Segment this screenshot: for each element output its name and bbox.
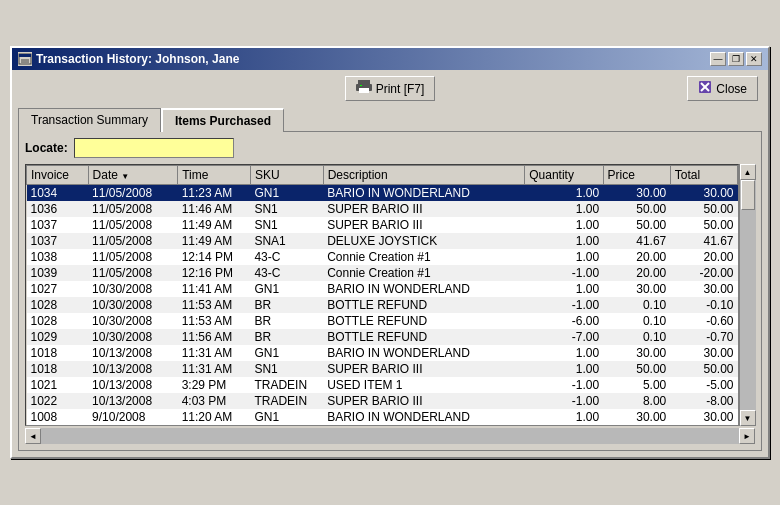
scroll-up-button[interactable]: ▲ [740,164,756,180]
title-bar-left: Transaction History: Johnson, Jane [18,52,239,66]
table-cell: BR [250,297,323,313]
table-cell: 1028 [27,297,89,313]
col-label-sku: SKU [255,168,280,182]
table-cell: 11:53 AM [178,313,251,329]
scroll-down-button[interactable]: ▼ [740,410,756,426]
table-cell: -5.00 [670,377,737,393]
table-cell: 12:16 PM [178,265,251,281]
table-cell: 1029 [27,329,89,345]
table-cell: 3:29 PM [178,377,251,393]
table-cell: -1.00 [525,393,603,409]
table-row[interactable]: 10089/10/200811:20 AMGN1BARIO IN WONDERL… [27,409,738,425]
table-cell: 30.00 [670,345,737,361]
close-icon [698,80,712,97]
table-cell: 11:49 AM [178,217,251,233]
table-cell: 50.00 [603,217,670,233]
table-cell: 1034 [27,185,89,202]
table-container: Invoice Date ▼ Time SKU [25,164,739,426]
table-row[interactable]: 102110/13/20083:29 PMTRADEINUSED ITEM 1-… [27,377,738,393]
col-header-sku[interactable]: SKU [250,166,323,185]
table-cell: 1.00 [525,361,603,377]
table-row[interactable]: 102810/30/200811:53 AMBRBOTTLE REFUND-6.… [27,313,738,329]
tab-transaction-summary[interactable]: Transaction Summary [18,108,161,132]
locate-row: Locate: [25,138,755,158]
table-row[interactable]: 102910/30/200811:56 AMBRBOTTLE REFUND-7.… [27,329,738,345]
table-cell: -0.60 [670,313,737,329]
table-cell: BR [250,329,323,345]
table-cell: SUPER BARIO III [323,201,525,217]
close-button[interactable]: Close [687,76,758,101]
table-cell: TRADEIN [250,393,323,409]
locate-input[interactable] [74,138,234,158]
table-cell: SNA1 [250,233,323,249]
hscroll-left-button[interactable]: ◄ [25,428,41,444]
table-row[interactable]: 102810/30/200811:53 AMBRBOTTLE REFUND-1.… [27,297,738,313]
table-cell: 10/30/2008 [88,297,178,313]
table-cell: SUPER BARIO III [323,361,525,377]
col-label-date: Date [93,168,118,182]
table-cell: 1037 [27,233,89,249]
table-cell: 0.10 [603,329,670,345]
minimize-button[interactable]: — [710,52,726,66]
table-cell: 11:20 AM [178,409,251,425]
col-header-quantity[interactable]: Quantity [525,166,603,185]
hscroll-track [41,428,739,444]
table-cell: -20.00 [670,265,737,281]
col-header-time[interactable]: Time [178,166,251,185]
table-row[interactable]: 103711/05/200811:49 AMSN1SUPER BARIO III… [27,217,738,233]
table-cell: 11/05/2008 [88,265,178,281]
col-header-description[interactable]: Description [323,166,525,185]
table-cell: 1036 [27,201,89,217]
table-cell: -0.70 [670,329,737,345]
table-cell: -6.00 [525,313,603,329]
table-cell: 20.00 [603,265,670,281]
table-cell: 1008 [27,409,89,425]
table-row[interactable]: 102210/13/20084:03 PMTRADEINSUPER BARIO … [27,393,738,409]
table-cell: 10/30/2008 [88,329,178,345]
scroll-thumb[interactable] [741,180,755,210]
table-cell: 1.00 [525,345,603,361]
col-label-description: Description [328,168,388,182]
col-header-invoice[interactable]: Invoice [27,166,89,185]
table-row[interactable]: 102710/30/200811:41 AMGN1BARIO IN WONDER… [27,281,738,297]
table-cell: 43-C [250,265,323,281]
table-row[interactable]: 103411/05/200811:23 AMGN1BARIO IN WONDER… [27,185,738,202]
table-row[interactable]: 101810/13/200811:31 AMGN1BARIO IN WONDER… [27,345,738,361]
table-cell: 1.00 [525,217,603,233]
table-cell: 9/10/2008 [88,409,178,425]
table-cell: Connie Creation #1 [323,265,525,281]
table-cell: 11:41 AM [178,281,251,297]
table-area: Invoice Date ▼ Time SKU [25,164,755,426]
data-table: Invoice Date ▼ Time SKU [26,165,738,425]
col-header-date[interactable]: Date ▼ [88,166,178,185]
table-cell: 11:49 AM [178,233,251,249]
table-cell: 0.10 [603,297,670,313]
table-row[interactable]: 103611/05/200811:46 AMSN1SUPER BARIO III… [27,201,738,217]
table-cell: GN1 [250,409,323,425]
tab-items-purchased-label: Items Purchased [175,114,271,128]
print-button[interactable]: Print [F7] [345,76,436,101]
tab-items-purchased[interactable]: Items Purchased [161,108,284,132]
table-row[interactable]: 103711/05/200811:49 AMSNA1DELUXE JOYSTIC… [27,233,738,249]
tabs: Transaction Summary Items Purchased [18,107,762,131]
table-row[interactable]: 103911/05/200812:16 PM43-CConnie Creatio… [27,265,738,281]
locate-label: Locate: [25,141,68,155]
table-cell: 11:31 AM [178,345,251,361]
table-row[interactable]: 101810/13/200811:31 AMSN1SUPER BARIO III… [27,361,738,377]
table-cell: BR [250,313,323,329]
col-header-price[interactable]: Price [603,166,670,185]
vertical-scrollbar: ▲ ▼ [739,164,755,426]
table-cell: 11:56 AM [178,329,251,345]
table-row[interactable]: 103811/05/200812:14 PM43-CConnie Creatio… [27,249,738,265]
table-cell: -1.00 [525,377,603,393]
col-label-time: Time [182,168,208,182]
hscroll-right-button[interactable]: ► [739,428,755,444]
close-window-button[interactable]: ✕ [746,52,762,66]
table-cell: 50.00 [603,361,670,377]
col-label-quantity: Quantity [529,168,574,182]
col-label-price: Price [608,168,635,182]
col-header-total[interactable]: Total [670,166,737,185]
restore-button[interactable]: ❐ [728,52,744,66]
table-cell: SN1 [250,217,323,233]
table-body: 103411/05/200811:23 AMGN1BARIO IN WONDER… [27,185,738,426]
